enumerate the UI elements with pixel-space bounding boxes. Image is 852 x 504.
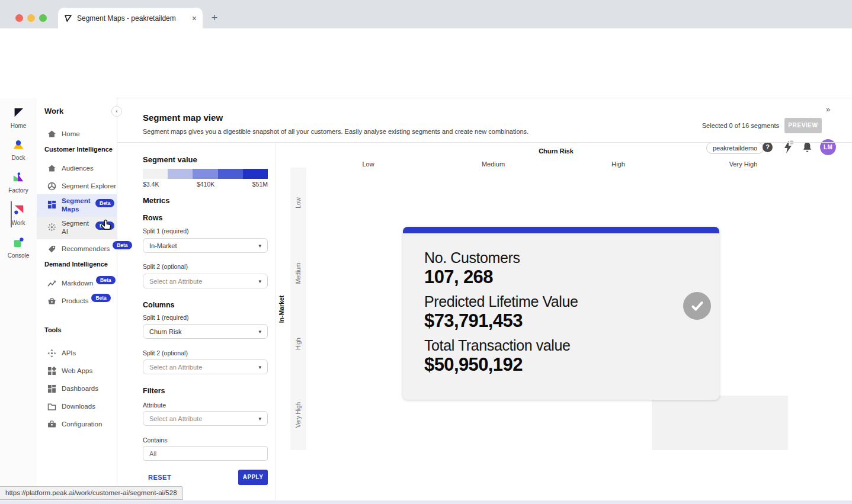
rail-label: Work [0,220,37,226]
peak-favicon-icon [64,14,72,23]
reset-button[interactable]: RESET [148,474,171,481]
sidebar-item-apis[interactable]: APIs [37,345,117,361]
selected-segments-count: Selected 0 of 16 segments [684,122,779,129]
tab-close-icon[interactable]: × [192,14,197,23]
sidebar-item-audiences[interactable]: Audiences [37,160,117,176]
dock-icon [12,139,25,150]
segments-pie-icon [47,182,56,191]
controls-panel: Segment value $3.4K $410K $51M Metrics R… [143,142,268,497]
sidebar-item-products[interactable]: Products Beta [37,293,117,309]
rail-item-factory[interactable]: Factory [0,171,37,194]
tag-icon [47,245,56,253]
browser-tab[interactable]: Segment Maps - peakretaildem × [58,8,203,28]
toolbox-icon [47,420,56,428]
check-icon [689,298,706,314]
apply-button[interactable]: APPLY [238,470,268,485]
rows-split1-label: Split 1 (required) [143,227,189,235]
sidebar-item-home[interactable]: Home [37,126,117,142]
sidebar-item-dashboards[interactable]: Dashboards [37,380,117,397]
sidebar-item-label: Downloads [62,403,95,410]
sidebar-item-label: Configuration [62,420,102,428]
columns-split2-label: Split 2 (optional) [143,349,188,357]
columns-split2-placeholder: Select an Attribute [149,364,202,371]
sidebar-item-recommenders[interactable]: Recommenders Beta [37,240,117,257]
page-subtitle: Segment maps gives you a digestible snap… [143,128,529,135]
mouse-cursor-hand [100,219,113,232]
x-label-low: Low [306,160,431,168]
page-title: Segment map view [143,113,223,123]
x-label-high: High [556,160,681,168]
sidebar-item-web-apps[interactable]: Web Apps [37,362,117,379]
rail-item-dock[interactable]: Dock [0,139,37,161]
sidebar-item-label: Segment AI [62,219,92,236]
rail-label: Console [0,252,37,259]
sidebar-item-label: Recommenders [62,245,110,252]
sidebar-item-label: Products [62,297,88,304]
segment-tooltip-card[interactable]: No. Customers 107, 268 Predicted Lifetim… [403,227,719,400]
sidebar-item-label: Audiences [62,165,94,172]
columns-split2-select[interactable]: Select an Attribute ▾ [143,359,268,374]
rows-split1-value: In-Market [149,242,177,249]
gradient-step-4 [218,169,243,179]
beta-badge: Beta [96,276,115,284]
bookmarks-bar: » [0,52,852,66]
y-label-medium: Medium [290,238,306,309]
rows-split2-select[interactable]: Select an Attribute ▾ [143,274,268,288]
new-tab-button[interactable]: + [207,11,222,25]
browser-toolbar: ← → platform.peak.ai/work/customer-ai/se… [0,28,852,52]
home-flag-icon [12,107,25,118]
columns-split1-label: Split 1 (required) [143,314,189,321]
sidebar-item-segment-maps[interactable]: Segment Maps Beta [37,194,117,217]
filter-contains-input[interactable] [143,446,268,461]
bottom-strip [0,500,852,504]
window-minimize-button[interactable] [27,14,35,22]
y-label-text: Very High [295,402,302,427]
chevron-down-icon: ▾ [258,416,261,422]
app-header: P E A K peakretaildemo ? LM [0,66,852,98]
chevron-down-icon: ▾ [258,364,261,370]
window-zoom-button[interactable] [39,14,47,22]
segment-value-gradient [143,169,268,179]
sidebar-collapse-button[interactable]: ‹ [111,106,122,117]
preview-button[interactable]: PREVIEW [784,118,822,133]
rows-split2-label: Split 2 (optional) [143,263,188,270]
rail-label: Factory [0,187,37,194]
grid-icon [47,200,56,209]
metric-label: Total Transaction value [424,336,719,354]
sidebar-item-markdown[interactable]: Markdown Beta [37,275,117,291]
beta-badge: Beta [113,241,132,249]
sidebar-item-segment-explorer[interactable]: Segment Explorer [37,178,117,194]
sidebar-item-downloads[interactable]: Downloads [37,398,117,415]
rail-item-work[interactable]: Work [0,204,37,226]
gradient-max-label: $51M [252,181,268,188]
y-axis-title-text: In-Market [278,295,285,323]
sidebar-section-demand-intelligence: Demand Intelligence [44,261,108,268]
rows-split2-placeholder: Select an Attribute [149,278,202,285]
trend-chart-icon [47,280,56,287]
heatmap-x-axis-title: Churn Risk [306,147,806,155]
browser-titlebar: Segment Maps - peakretaildem × + [0,0,852,28]
rows-split1-select[interactable]: In-Market ▾ [143,238,268,253]
rail-item-home[interactable]: Home [0,107,37,129]
filter-attribute-select[interactable]: Select an Attribute ▾ [143,411,268,426]
chevron-down-icon: ▾ [258,278,261,284]
sidebar-item-label: Home [62,130,80,137]
columns-split1-select[interactable]: Churn Risk ▾ [143,324,268,339]
metric-value: $73,791,453 [424,310,719,332]
bookmarks-overflow-chevron[interactable]: » [826,105,830,114]
metric-value: 107, 268 [424,267,719,288]
rail-label: Home [0,123,37,129]
gradient-tick-labels: $3.4K $410K $51M [143,181,268,188]
segment-selected-check[interactable] [683,292,711,320]
gradient-mid-label: $410K [197,181,214,188]
heatmap-cell-highlight[interactable] [652,396,788,450]
sidebar-item-label: Dashboards [62,385,98,392]
filter-contains-label: Contains [143,436,167,444]
sidebar-item-label: Markdown [62,280,93,287]
window-close-button[interactable] [15,14,23,22]
y-label-very-high: Very High [290,379,306,450]
filter-attribute-placeholder: Select an Attribute [149,415,202,422]
house-icon [47,164,56,172]
rail-item-console[interactable]: Console [0,236,37,259]
sidebar-item-configuration[interactable]: Configuration [37,416,117,432]
